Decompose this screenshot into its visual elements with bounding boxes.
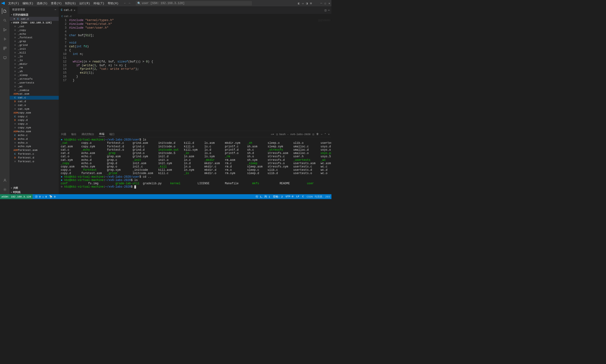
tab-cat-c[interactable]: C cat.c ✕ <box>59 6 78 14</box>
file-item[interactable]: ≡_ls <box>10 58 59 62</box>
status-encoding[interactable]: UTF-8 <box>286 195 294 198</box>
status-language[interactable]: C <box>302 195 304 198</box>
file-item[interactable]: ≡_usertests <box>10 81 59 85</box>
file-item[interactable]: ≡_sleep <box>10 73 59 77</box>
file-item[interactable]: ≡forktest.o <box>10 160 59 163</box>
file-item[interactable]: ASMecho.asm <box>10 130 59 133</box>
file-item[interactable]: ≡_copy <box>10 28 59 32</box>
close-icon[interactable]: ✕ <box>13 17 15 21</box>
file-item[interactable]: ≡_ln <box>10 55 59 58</box>
file-item[interactable]: Dcopy.d <box>10 118 59 122</box>
layout-customize-icon[interactable]: ⊞ <box>310 1 312 5</box>
menu-terminal[interactable]: 终端(T) <box>92 1 106 6</box>
file-item[interactable]: ≡_init <box>10 47 59 51</box>
nav-forward-icon[interactable]: → <box>129 2 130 5</box>
split-terminal-icon[interactable]: ◫ <box>312 132 314 136</box>
file-item[interactable]: ≡_echo <box>10 32 59 36</box>
file-item[interactable]: ASMforktest.asm <box>10 148 59 152</box>
file-item[interactable]: ≡cat.o <box>10 103 59 107</box>
menu-select[interactable]: 选择(S) <box>35 1 49 6</box>
activity-scm-icon[interactable] <box>2 27 8 33</box>
breadcrumb[interactable]: C cat.c <box>59 14 331 18</box>
status-problems[interactable]: ⓧ 0 ⚠ 0 <box>35 195 47 198</box>
tab-terminal[interactable]: 终端 <box>99 131 105 137</box>
file-item[interactable]: ≡_rm <box>10 66 59 69</box>
close-panel-icon[interactable]: ✕ <box>328 132 330 136</box>
activity-search-icon[interactable] <box>2 17 8 23</box>
file-item[interactable]: Ccat.c <box>10 96 59 100</box>
file-item[interactable]: ≡_mkdir <box>10 62 59 66</box>
sidebar-title: 资源管理器 <box>12 8 25 11</box>
activity-extensions-icon[interactable] <box>2 46 8 51</box>
file-item[interactable]: Dforktest.d <box>10 156 59 160</box>
close-icon[interactable]: ✕ <box>74 9 75 12</box>
split-editor-icon[interactable]: ◫ <box>325 9 326 12</box>
code-editor[interactable]: 1234567891011121314151617 #include "kern… <box>59 18 331 131</box>
menu-run[interactable]: 运行(R) <box>78 1 92 6</box>
activity-debug-icon[interactable] <box>2 36 8 42</box>
status-indentation[interactable]: 空格: 2 <box>273 195 283 198</box>
open-editor-item[interactable]: ✕ C cat.c <box>10 17 59 21</box>
file-item[interactable]: ≡echo.o <box>10 141 59 145</box>
file-item[interactable]: ≡_wc <box>10 85 59 89</box>
nav-back-icon[interactable]: ← <box>124 2 126 5</box>
window-minimize-icon[interactable]: — <box>320 2 322 5</box>
file-item[interactable]: Cforktest.c <box>10 152 59 156</box>
menu-help[interactable]: 帮助(H) <box>106 1 120 6</box>
file-item[interactable]: ≡cat.sym <box>10 107 59 111</box>
status-ports[interactable]: 📡 0 <box>49 195 56 198</box>
layout-panel-icon[interactable]: ▭ <box>302 1 304 5</box>
menu-go[interactable]: 转到(G) <box>63 1 77 6</box>
menu-file[interactable]: 文件(F) <box>7 1 21 6</box>
activity-account-icon[interactable] <box>2 177 8 183</box>
maximize-panel-icon[interactable]: ⌃ <box>324 132 326 136</box>
outline-section[interactable]: ▸ 大纲 <box>10 186 59 190</box>
terminal-content[interactable]: ● kbz@kbz-virtual-machine:~/xv6-labs-202… <box>59 137 331 194</box>
activity-remote-icon[interactable] <box>2 55 8 61</box>
tab-problems[interactable]: 问题 <box>61 131 67 136</box>
file-item[interactable]: ≡echo.sym <box>10 145 59 149</box>
menu-view[interactable]: 查看(V) <box>49 1 63 6</box>
file-item[interactable]: ≡_kill <box>10 51 59 55</box>
file-item[interactable]: Dcat.d <box>10 100 59 103</box>
window-close-icon[interactable]: ✕ <box>329 1 330 5</box>
terminal-launch-icon[interactable]: ▭▾ <box>271 132 274 136</box>
menu-edit[interactable]: 编辑(E) <box>21 1 35 6</box>
tab-debug-console[interactable]: 调试控制台 <box>81 131 95 136</box>
file-item[interactable]: ≡_zombie <box>10 89 59 92</box>
minimap[interactable]: #include "kernel/types.h" #include "kern… <box>317 18 331 131</box>
file-item[interactable]: ≡_grep <box>10 39 59 43</box>
layout-sidebar-left-icon[interactable]: ◧ <box>298 1 300 5</box>
window-maximize-icon[interactable]: ☐ <box>324 1 326 5</box>
file-item[interactable]: Decho.d <box>10 137 59 141</box>
file-item[interactable]: ≡_stressfs <box>10 77 59 81</box>
file-icon: ≡ <box>13 74 17 77</box>
workspace-section[interactable]: ▾ USER [SSH: 192.168.3.128] <box>10 21 59 25</box>
status-cursor-position[interactable]: 行 1, 列 1 <box>256 195 270 198</box>
command-center[interactable]: 🔍 user [SSH: 192.168.3.128] <box>136 1 252 6</box>
file-item[interactable]: ≡_cat <box>10 25 59 28</box>
file-item[interactable]: ≡_sh <box>10 69 59 73</box>
file-item[interactable]: ≡copy.o <box>10 122 59 126</box>
activity-settings-icon[interactable] <box>2 187 8 192</box>
terminal-shell-name[interactable]: ◫ bash - xv6-labs-2020 <box>276 132 310 136</box>
status-eol[interactable]: LF <box>296 195 299 198</box>
more-icon[interactable]: ⋯ <box>328 9 330 12</box>
tab-ports[interactable]: 端口 <box>109 131 115 136</box>
open-editors-section[interactable]: ▾ 打开的编辑器 <box>10 13 59 17</box>
file-item[interactable]: Ccopy.c <box>10 115 59 118</box>
file-item[interactable]: ≡_grind <box>10 43 59 47</box>
layout-sidebar-right-icon[interactable]: ◨ <box>306 1 308 5</box>
status-remote[interactable]: ⇄ SSH: 192.168.3.128 <box>0 194 33 199</box>
timeline-section[interactable]: ▸ 时间线 <box>10 190 59 194</box>
more-icon[interactable]: ⋯ <box>321 132 323 136</box>
file-item[interactable]: ASMcat.asm <box>10 92 59 96</box>
file-item[interactable]: ≡copy.sym <box>10 126 59 130</box>
file-item[interactable]: Cecho.c <box>10 133 59 137</box>
tab-output[interactable]: 输出 <box>71 131 77 136</box>
kill-terminal-icon[interactable]: 🗑 <box>316 132 319 136</box>
more-icon[interactable]: ⋯ <box>55 8 56 11</box>
file-item[interactable]: ≡_forktest <box>10 36 59 40</box>
activity-explorer-icon[interactable] <box>2 8 8 14</box>
file-item[interactable]: ASMcopy.asm <box>10 111 59 115</box>
